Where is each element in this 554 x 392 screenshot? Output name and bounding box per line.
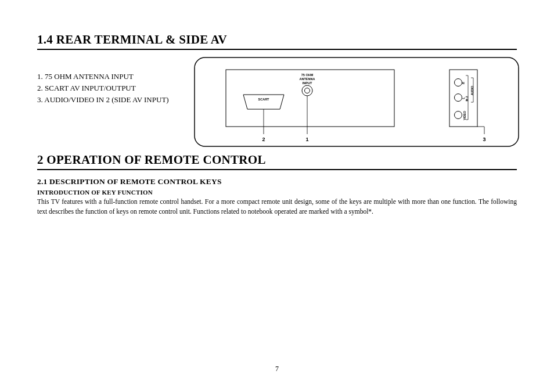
section-2-heading: 2 OPERATION OF REMOTE CONTROL — [37, 153, 517, 167]
terminal-list: 1. 75 OHM ANTENNA INPUT 2. SCART AV INPU… — [37, 71, 187, 106]
side-r-label: R — [462, 82, 465, 84]
divider — [37, 169, 517, 170]
svg-point-10 — [455, 112, 462, 119]
svg-point-3 — [302, 85, 312, 96]
page-number: 7 — [0, 365, 554, 373]
intro-heading: INTRODUCTION OF KEY FUNCTION — [37, 189, 517, 196]
list-item: 2. SCART AV INPUT/OUTPUT — [37, 82, 187, 94]
antenna-label-line3: INPUT — [303, 81, 312, 85]
rear-panel: SCART 75 OHM ANTENNA INPUT — [226, 70, 394, 134]
svg-point-9 — [455, 94, 462, 102]
antenna-label-line1: 75 OHM — [301, 73, 314, 77]
side-in2-label: IN 2 — [465, 96, 469, 101]
svg-point-8 — [455, 79, 462, 87]
section-1-4-heading: 1.4 REAR TERMINAL & SIDE AV — [37, 33, 517, 47]
page-content: 1.4 REAR TERMINAL & SIDE AV 1. 75 OHM AN… — [0, 0, 554, 216]
list-item: 1. 75 OHM ANTENNA INPUT — [37, 71, 187, 82]
divider — [37, 49, 517, 50]
section-1-4-body: 1. 75 OHM ANTENNA INPUT 2. SCART AV INPU… — [37, 57, 517, 147]
side-av-panel: IN 2 AUDIO R L VIDEO — [449, 70, 484, 134]
side-audio-label: AUDIO — [470, 86, 474, 95]
section-2-1-heading: 2.1 DESCRIPTION OF REMOTE CONTROL KEYS — [37, 177, 517, 186]
antenna-label-line2: ANTENNA — [300, 77, 315, 81]
callout-3: 3 — [483, 136, 485, 142]
callout-2: 2 — [262, 136, 265, 142]
side-l-label: L — [462, 97, 465, 99]
rear-terminal-diagram: SCART 75 OHM ANTENNA INPUT 2 1 — [194, 57, 519, 147]
callout-1: 1 — [305, 136, 308, 142]
side-video-label: VIDEO — [463, 111, 466, 120]
list-item: 3. AUDIO/VIDEO IN 2 (SIDE AV INPUT) — [37, 94, 187, 106]
svg-marker-2 — [243, 95, 284, 109]
scart-label: SCART — [258, 98, 270, 101]
body-paragraph: This TV features with a full-function re… — [37, 197, 517, 216]
svg-rect-0 — [195, 57, 519, 146]
svg-point-4 — [305, 88, 310, 93]
